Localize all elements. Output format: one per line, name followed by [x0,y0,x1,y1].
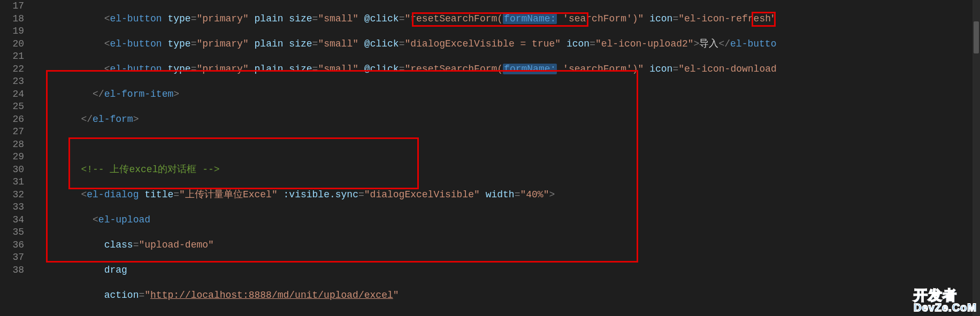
code-line[interactable]: <!-- 上传excel的对话框 --> [35,164,980,176]
line-number: 17 [0,0,24,13]
line-number: 38 [0,264,24,277]
scrollbar-thumb[interactable] [974,21,979,53]
logo-line1: 开发者 [914,288,977,302]
code-area[interactable]: <el-button type="primary" plain size="sm… [35,0,980,316]
logo-line2: DevZe.CoM [914,302,977,313]
line-number: 28 [0,138,24,151]
line-number: 34 [0,214,24,227]
line-number: 35 [0,226,24,239]
code-line[interactable]: <el-upload [35,214,980,227]
line-number: 20 [0,38,24,51]
line-number: 31 [0,176,24,189]
line-number: 27 [0,126,24,138]
code-line[interactable]: accept=".xlsx,.xls" [35,314,980,317]
line-number: 24 [0,88,24,101]
line-number: 29 [0,151,24,164]
code-line[interactable] [35,138,980,151]
line-number: 22 [0,63,24,76]
code-line[interactable]: </el-form-item> [35,88,980,101]
line-number-gutter: 17 18 19 20 21 22 23 24 25 26 27 28 29 3… [0,0,35,316]
line-number: 37 [0,251,24,264]
code-editor[interactable]: 17 18 19 20 21 22 23 24 25 26 27 28 29 3… [0,0,980,316]
line-number: 26 [0,113,24,126]
line-number: 19 [0,25,24,38]
line-number: 30 [0,164,24,176]
line-number: 21 [0,50,24,63]
watermark-logo: 开发者 DevZe.CoM [914,288,977,313]
line-number: 23 [0,75,24,88]
code-line[interactable]: <el-button type="primary" plain size="sm… [35,63,980,76]
code-line[interactable]: <el-button type="primary" plain size="sm… [35,13,980,26]
line-number: 18 [0,13,24,26]
code-line[interactable]: <el-dialog title="上传计量单位Excel" :visible.… [35,189,980,202]
code-line[interactable]: class="upload-demo" [35,239,980,252]
selection-highlight: formName: [503,64,557,74]
line-number: 36 [0,239,24,252]
code-line[interactable]: <el-button type="primary" plain size="sm… [35,38,980,51]
line-number: 25 [0,101,24,113]
line-number: 32 [0,189,24,202]
code-line[interactable]: </el-form> [35,113,980,126]
vertical-scrollbar[interactable] [973,0,980,316]
code-line[interactable]: action="http://localhost:8888/md/unit/up… [35,289,980,302]
line-number: 33 [0,201,24,214]
code-line[interactable]: drag [35,264,980,277]
selection-highlight: formName: [503,13,557,24]
